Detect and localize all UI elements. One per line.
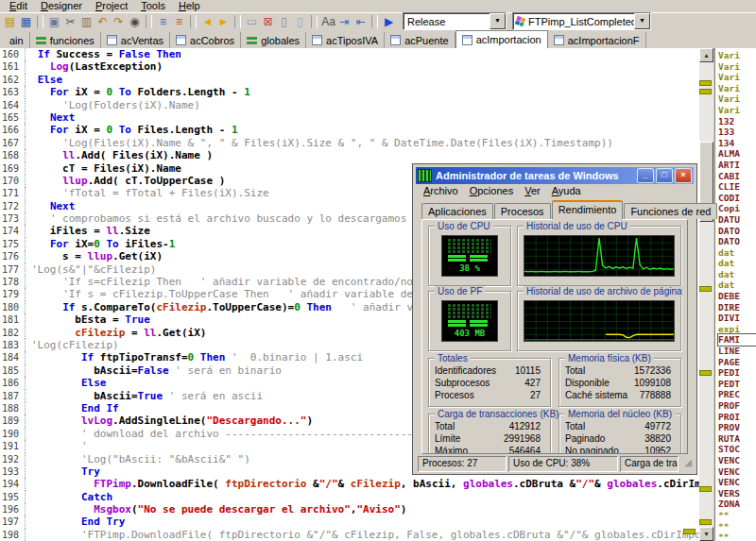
comment-add-icon[interactable]: ▯ xyxy=(292,14,308,29)
panel-item[interactable]: ** xyxy=(718,532,756,541)
undo-icon[interactable]: ↶ xyxy=(94,14,111,29)
menu-tools[interactable]: Tools xyxy=(134,0,172,12)
tm-tab-funciones-de-red[interactable]: Funciones de red xyxy=(624,203,717,219)
panel-item[interactable]: PREC xyxy=(718,389,756,400)
code-line-164[interactable]: 164 'Log(Folders(iX).Name) xyxy=(0,99,699,111)
panel-item[interactable]: dat xyxy=(718,279,756,291)
panel-item[interactable]: DIVI xyxy=(718,313,756,324)
editor-vscrollbar[interactable]: ▲ ▼ xyxy=(699,48,713,541)
panel-item[interactable]: FAMI xyxy=(718,334,756,346)
find-icon[interactable]: ◉ xyxy=(127,14,143,29)
window-close-icon[interactable]: ⊠ xyxy=(260,14,276,29)
redo-icon[interactable]: ↷ xyxy=(111,14,127,29)
panel-item[interactable]: CODI xyxy=(718,193,756,204)
panel-item[interactable]: DEBE xyxy=(718,291,756,302)
code-line-166[interactable]: 166 For iX = 0 To Files.Length - 1 xyxy=(0,124,699,136)
tab-actiposiva[interactable]: acTiposIVA xyxy=(306,32,385,48)
panel-item[interactable]: expi xyxy=(718,324,756,335)
panel-item[interactable]: ZONA xyxy=(718,499,756,510)
menu-edit[interactable]: Edit xyxy=(3,0,34,12)
scroll-down-icon[interactable]: ▼ xyxy=(699,527,713,541)
tm-tab-rendimiento[interactable]: Rendimiento xyxy=(552,200,624,219)
code-line-163[interactable]: 163 For iX = 0 To Folders.Length - 1 xyxy=(0,86,699,98)
tab-acventas[interactable]: acVentas xyxy=(101,32,170,48)
close-button[interactable]: × xyxy=(675,168,692,183)
menu-designer[interactable]: Designer xyxy=(34,0,89,12)
tm-menu-ver[interactable]: Ver xyxy=(519,184,546,198)
comment-icon[interactable]: ▯ xyxy=(276,14,292,29)
minimize-button[interactable]: _ xyxy=(637,168,654,183)
panel-item[interactable]: CABI xyxy=(718,171,756,182)
tm-menu-ayuda[interactable]: Ayuda xyxy=(546,184,587,198)
tab-ain[interactable]: ain xyxy=(0,32,30,48)
code-line-162[interactable]: 162 Else xyxy=(0,74,699,86)
menu-help[interactable]: Help xyxy=(172,0,207,12)
panel-item[interactable]: LINE xyxy=(718,346,756,357)
panel-item[interactable]: dat xyxy=(718,269,756,280)
panel-item[interactable]: VENC xyxy=(718,455,756,466)
panel-item[interactable]: VENC xyxy=(718,466,756,478)
code-line-168[interactable]: 168 ll.Add( Files(iX).Name ) xyxy=(0,149,699,161)
window-icon[interactable]: ▭ xyxy=(244,14,260,29)
panel-item[interactable]: PROF xyxy=(718,400,756,412)
code-line-194[interactable]: 194 FTPimp.DownloadFile( ftpDirectorio &… xyxy=(0,478,699,490)
panel-item[interactable]: DATU xyxy=(718,214,756,226)
panel-item[interactable]: CLIE xyxy=(718,181,756,193)
panel-item[interactable]: ALMA xyxy=(718,148,756,160)
forward-icon[interactable]: ► xyxy=(215,14,232,29)
panel-item[interactable]: PEDT xyxy=(718,379,756,390)
tab-acimportacionf[interactable]: acImportacionF xyxy=(548,32,646,48)
tm-menu-opciones[interactable]: Opciones xyxy=(464,184,519,198)
code-line-161[interactable]: 161 Log(LastException) xyxy=(0,60,699,73)
code-line-198[interactable]: 198 'FTPimp.DownloadFile( ftpDirectorio … xyxy=(0,529,699,541)
save-icon[interactable]: ▦ xyxy=(18,14,34,29)
panel-item[interactable]: PROI xyxy=(718,412,756,423)
panel-item[interactable]: DIRE xyxy=(718,302,756,313)
panel-item[interactable]: dat xyxy=(718,247,756,259)
panel-item[interactable]: Copi xyxy=(718,203,756,214)
panel-item[interactable]: VENC xyxy=(718,477,756,488)
open-icon[interactable]: ▤ xyxy=(2,14,18,29)
panel-item[interactable]: ** xyxy=(718,521,756,533)
sort-lines-icon[interactable]: ≡ xyxy=(155,14,171,29)
panel-item[interactable]: Vari xyxy=(718,93,756,105)
back-icon[interactable]: ◄ xyxy=(199,14,215,29)
code-line-197[interactable]: 197 End Try xyxy=(0,516,699,528)
tm-title-bar[interactable]: Administrador de tareas de Windows _□× xyxy=(416,167,694,184)
panel-item[interactable]: ARTI xyxy=(718,160,756,171)
panel-item[interactable]: DATO xyxy=(718,226,756,237)
tm-tab-aplicaciones[interactable]: Aplicaciones xyxy=(421,203,493,219)
indent-icon[interactable]: ⇥ xyxy=(336,14,352,29)
code-line-160[interactable]: 160 If Success = False Then xyxy=(0,48,699,60)
menu-project[interactable]: Project xyxy=(89,0,134,12)
panel-item[interactable]: PEDI xyxy=(718,367,756,379)
panel-item[interactable]: 133 xyxy=(718,127,756,138)
chevron-down-icon[interactable]: ▼ xyxy=(490,13,506,29)
task-manager-window[interactable]: Administrador de tareas de Windows _□× A… xyxy=(413,164,696,474)
code-line-195[interactable]: 195 Catch xyxy=(0,491,699,503)
tm-tab-procesos[interactable]: Procesos xyxy=(494,203,551,219)
panel-item[interactable]: STOC xyxy=(718,444,756,455)
code-line-196[interactable]: 196 Msgbox("No se puede descargar el arc… xyxy=(0,503,699,516)
maximize-button[interactable]: □ xyxy=(656,168,673,183)
paste-icon[interactable]: ▥ xyxy=(78,14,94,29)
format-code-icon[interactable]: ≡ xyxy=(171,14,187,29)
panel-item[interactable]: RUTA xyxy=(718,433,756,445)
panel-item[interactable]: VERS xyxy=(718,488,756,499)
panel-item[interactable]: ** xyxy=(718,510,756,521)
panel-item[interactable]: 134 xyxy=(718,138,756,149)
build-config-dropdown[interactable]: Release ▼ xyxy=(403,12,507,30)
panel-item[interactable]: dat xyxy=(718,258,756,269)
panel-item[interactable]: Vari xyxy=(718,83,756,94)
panel-item[interactable]: PAGE xyxy=(718,357,756,368)
code-line-165[interactable]: 165 Next xyxy=(0,111,699,124)
tab-accobros[interactable]: acCobros xyxy=(170,32,241,48)
tab-globales[interactable]: globales xyxy=(241,32,306,48)
cut-icon[interactable]: ✂ xyxy=(62,14,78,29)
copy-icon[interactable]: ▣ xyxy=(46,14,62,29)
panel-item[interactable]: 132 xyxy=(718,116,756,127)
code-line-167[interactable]: 167 'Log(Files(iX).Name & ", " & Files(i… xyxy=(0,137,699,149)
outdent-icon[interactable]: ⇤ xyxy=(352,14,369,29)
tab-funciones[interactable]: funciones xyxy=(30,32,101,48)
panel-item[interactable]: Vari xyxy=(718,50,756,61)
